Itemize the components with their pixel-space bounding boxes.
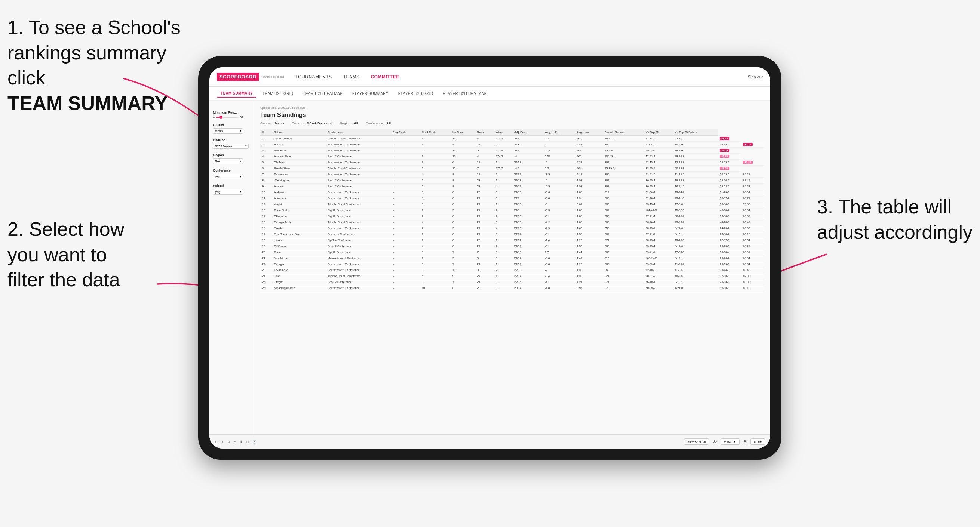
table-cell: 17-9-0 (673, 202, 718, 208)
table-cell: - (391, 219, 420, 225)
table-cell: 3 (494, 195, 512, 202)
table-cell: 85.88 (718, 154, 741, 160)
table-cell: 2.52 (543, 154, 575, 160)
table-cell: 25 (260, 279, 272, 285)
table-cell: 2 (494, 243, 512, 249)
table-cell: Atlantic Coast Conference (326, 202, 391, 208)
table-row: 19CaliforniaPac-12 Conference-48242278.2… (260, 243, 764, 249)
table-cell: California (272, 243, 326, 249)
table-header-row: # School Conference Reg Rank Conf Rank N… (260, 129, 764, 136)
table-cell: Auburn (272, 142, 326, 148)
table-cell: - (391, 237, 420, 243)
table-cell: 8 (450, 243, 475, 249)
table-cell: - (391, 231, 420, 237)
table-cell: 1.9 (575, 195, 603, 202)
sub-nav-team-summary[interactable]: TEAM SUMMARY (217, 90, 256, 98)
sub-nav-team-h2h-heatmap[interactable]: TEAM H2H HEATMAP (299, 90, 346, 97)
table-cell: 1.44 (575, 249, 603, 255)
table-cell: 80.71 (741, 195, 764, 202)
table-row: 21New MexicoMountain West Conference-195… (260, 255, 764, 261)
table-cell: Illinois (272, 237, 326, 243)
filter-division-value: NCAA Division I (307, 121, 332, 125)
toolbar-forward-icon[interactable]: ▷ (221, 440, 224, 444)
toolbar-grid-icon[interactable]: ⊞ (743, 439, 747, 444)
table-cell: 13 (260, 208, 272, 213)
table-cell: 2.7 (543, 136, 575, 142)
toolbar-reload-icon[interactable]: ↺ (228, 440, 230, 444)
table-cell: - (391, 225, 420, 231)
table-cell: 30-15-1 (673, 213, 718, 219)
table-cell: Florida (272, 225, 326, 231)
sidebar-gender-dropdown[interactable]: Men's ▾ (213, 128, 243, 134)
table-cell: 3.01 (575, 202, 603, 208)
table-cell: 72-30-1 (644, 189, 673, 195)
sub-nav-player-summary[interactable]: PLAYER SUMMARY (348, 90, 392, 97)
table-cell: 1 (420, 255, 450, 261)
sub-nav-player-h2h-heatmap[interactable]: PLAYER H2H HEATMAP (439, 90, 490, 97)
table-cell: Georgia Tech (272, 219, 326, 225)
table-cell: 30 (475, 267, 494, 273)
toolbar-share-icon[interactable]: ⬆ (240, 440, 243, 444)
table-cell: Alabama (272, 189, 326, 195)
table-cell: Atlantic Coast Conference (326, 219, 391, 225)
table-cell: 23 (475, 184, 494, 189)
table-cell: 85.02 (741, 225, 764, 231)
table-cell: 88.54 (741, 261, 764, 267)
table-cell: -6.2 (512, 136, 543, 142)
table-cell: 2 (494, 208, 512, 213)
table-cell: Texas (272, 249, 326, 255)
filter-gender-label: Gender: (260, 121, 272, 125)
table-cell: - (391, 195, 420, 202)
table-row: 6Florida StateAtlantic Coast Conference-… (260, 165, 764, 171)
table-cell: 8 (260, 178, 272, 184)
sidebar-school-value: (All) (215, 190, 220, 194)
instruction-step3: 3. The table will adjust accordingly (817, 194, 972, 245)
bottom-toolbar: ◁ ▷ ↺ ⌂ ⬆ □ 🕐 View: Original 👁 Watch ▼ ⊞… (209, 434, 770, 449)
table-cell: 1 (260, 136, 272, 142)
table-cell: 78-25-1 (673, 154, 718, 160)
nav-link-committee[interactable]: COMMITTEE (371, 73, 399, 81)
table-cell: 0 (494, 279, 512, 285)
table-cell: 24 (475, 219, 494, 225)
table-cell: 83-25-1 (644, 243, 673, 249)
sub-nav-team-h2h-grid[interactable]: TEAM H2H GRID (259, 90, 297, 97)
table-cell: 277 (512, 195, 543, 202)
table-cell: Southeastern Conference (326, 160, 391, 165)
table-cell: 18 (475, 171, 494, 178)
nav-link-teams[interactable]: TEAMS (343, 73, 360, 81)
table-cell: 33-44-3 (718, 267, 741, 273)
sidebar-slider[interactable]: 4 30 (213, 116, 250, 119)
view-original-button[interactable]: View: Original (684, 438, 709, 445)
sidebar-division-dropdown[interactable]: NCAA Division I ▾ (213, 143, 249, 149)
table-area: Update time: 27/03/2024 16:56:26 Team St… (254, 101, 770, 434)
table-cell: -4.2 (543, 219, 575, 225)
sign-out-link[interactable]: Sign out (748, 75, 763, 79)
share-button[interactable]: Share (751, 438, 765, 445)
table-cell: 9 (450, 142, 475, 148)
sidebar-region-dropdown[interactable]: N/A ▾ (213, 159, 243, 164)
toolbar-back-icon[interactable]: ◁ (215, 440, 217, 444)
table-cell: 9-10-1 (673, 231, 718, 237)
table-cell: Big 12 Conference (326, 208, 391, 213)
table-cell: - (391, 285, 420, 291)
table-cell: 1 (420, 142, 450, 148)
col-avg-low: Avg. Low (575, 129, 603, 136)
col-vs-top25: Vs Top 25 (644, 129, 673, 136)
table-cell: 86-25-1 (644, 178, 673, 184)
table-cell: -0.8 (543, 255, 575, 261)
nav-link-tournaments[interactable]: TOURNAMENTS (295, 73, 332, 81)
sidebar-school-dropdown[interactable]: (All) ▾ (213, 189, 243, 195)
toolbar-clock-icon[interactable]: 🕐 (252, 440, 256, 444)
toolbar-home-icon[interactable]: ⌂ (234, 440, 236, 444)
table-cell: 54-6-0 (718, 142, 741, 148)
table-cell: Southeastern Conference (326, 267, 391, 273)
watch-button[interactable]: Watch ▼ (721, 438, 740, 445)
table-cell: 80.47 (741, 219, 764, 225)
table-cell: - (391, 255, 420, 261)
toolbar-bookmark-icon[interactable]: □ (247, 440, 248, 444)
table-cell: 43-23-1 (644, 154, 673, 160)
table-cell: 11-29-1 (673, 261, 718, 267)
sidebar-conference-dropdown[interactable]: (All) ▾ (213, 174, 243, 179)
sub-nav-player-h2h-grid[interactable]: PLAYER H2H GRID (395, 90, 437, 97)
table-cell: -4 (543, 142, 575, 148)
